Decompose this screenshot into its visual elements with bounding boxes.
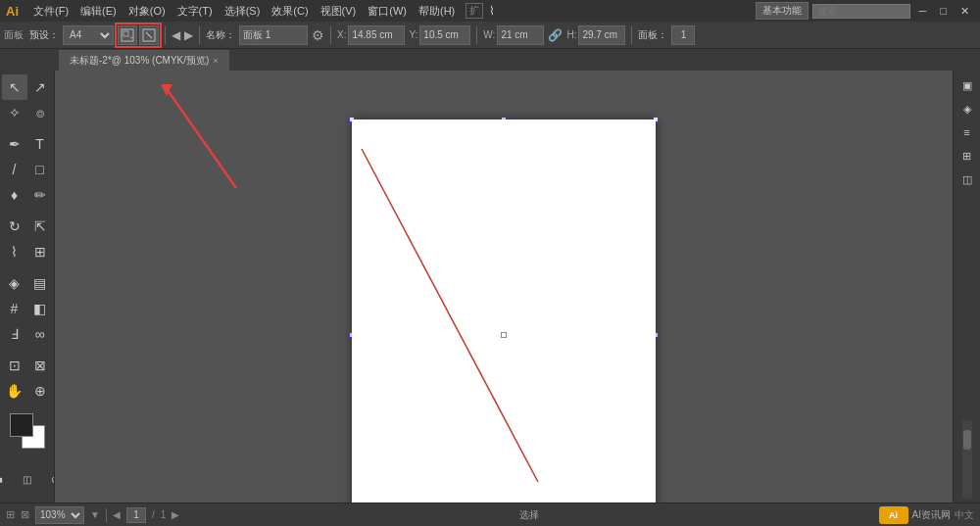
menu-bar: 文件(F) 编辑(E) 对象(O) 文字(T) 选择(S) 效果(C) 视图(V… <box>28 2 460 21</box>
status-icon-2: ⊠ <box>21 508 29 521</box>
blend-tool[interactable]: ∞ <box>27 321 53 347</box>
new-artboard-btn[interactable]: + <box>118 25 137 45</box>
h-input[interactable] <box>578 25 625 45</box>
h-label: H: <box>566 29 576 40</box>
svg-line-5 <box>362 149 538 482</box>
minimize-button[interactable]: ─ <box>914 3 932 19</box>
x-input[interactable] <box>348 25 405 45</box>
eyedropper-tool[interactable]: Ⅎ <box>2 321 27 347</box>
rotate-tool[interactable]: ↻ <box>2 214 27 239</box>
y-input[interactable] <box>419 25 470 45</box>
page-label: 面板： <box>638 28 667 42</box>
gradient-fill-btn[interactable]: ◫ <box>15 466 40 492</box>
normal-mode-btn[interactable]: ⊟ <box>0 494 13 502</box>
delete-artboard-btn[interactable] <box>139 25 159 45</box>
transform-tools-row: ↻ ⇱ <box>2 214 53 239</box>
panel-btn-4[interactable]: ⊞ <box>956 145 978 167</box>
menu-type[interactable]: 文字(T) <box>172 2 218 21</box>
right-panel: ▣ ◈ ≡ ⊞ ◫ <box>953 71 980 502</box>
no-fill-btn[interactable]: ⊘ <box>42 466 56 492</box>
w-input[interactable] <box>497 25 544 45</box>
panel-label: 面板 <box>4 28 24 42</box>
free-transform-tool[interactable]: ⊞ <box>27 239 53 264</box>
workspace-button[interactable]: 基本功能 <box>756 2 808 20</box>
lock-proportions-icon[interactable]: 🔗 <box>548 28 563 42</box>
hand-zoom-tools-row: ✋ ⊕ <box>2 378 53 404</box>
draw-inside-btn[interactable]: ⊡ <box>42 494 56 502</box>
page-of-label: / <box>152 509 155 520</box>
svg-line-4 <box>146 32 152 38</box>
artboard-tool[interactable]: ⊡ <box>2 353 27 378</box>
menu-effect[interactable]: 效果(C) <box>267 2 313 21</box>
next-artboard-btn[interactable]: ▶ <box>184 28 193 42</box>
h-field: H: <box>566 25 625 45</box>
artboard <box>352 120 656 502</box>
separator2 <box>199 26 200 44</box>
fill-swatch[interactable] <box>10 413 33 437</box>
status-text: 选择 <box>519 508 539 522</box>
panel-btn-3[interactable]: ≡ <box>956 121 978 143</box>
line-tool[interactable]: / <box>2 157 27 182</box>
drawing-mode-btns: ⊟ ⊞ ⊡ <box>0 494 55 502</box>
maximize-button[interactable]: □ <box>935 3 952 19</box>
artboard-options-btn[interactable]: ⚙ <box>312 27 324 43</box>
v-scroll[interactable] <box>962 420 972 499</box>
symbol-tool[interactable]: ◈ <box>2 270 27 296</box>
menu-view[interactable]: 视图(V) <box>316 2 362 21</box>
mesh-tool[interactable]: # <box>2 296 27 321</box>
column-graph-tool[interactable]: ▤ <box>27 270 53 296</box>
zoom-tool[interactable]: ⊕ <box>27 378 53 404</box>
artboard-container <box>352 120 656 502</box>
zoom-select[interactable]: 103% 100% 50% 200% <box>35 506 84 524</box>
watermark-area: Ai AI资讯网 中文 <box>879 506 974 524</box>
menu-edit[interactable]: 编辑(E) <box>75 2 122 21</box>
page-current-input[interactable] <box>126 507 146 523</box>
menu-help[interactable]: 帮助(H) <box>414 2 460 21</box>
magic-wand-tool[interactable]: ✧ <box>2 100 27 125</box>
next-page-btn[interactable]: ▶ <box>172 509 179 520</box>
prev-page-btn[interactable]: ◀ <box>113 509 121 520</box>
panel-btn-2[interactable]: ◈ <box>956 98 978 120</box>
doc-tab-close[interactable]: × <box>213 56 218 66</box>
menu-select[interactable]: 选择(S) <box>220 2 266 21</box>
selection-tool[interactable]: ↖ <box>2 74 27 100</box>
w-label: W: <box>483 29 495 40</box>
scroll-thumb[interactable] <box>963 430 971 450</box>
artboard-btns: + <box>118 25 159 45</box>
app-logo: Ai <box>6 4 19 19</box>
preset-label: 预设： <box>29 28 59 42</box>
close-button[interactable]: ✕ <box>956 3 974 20</box>
pen-tool[interactable]: ✒ <box>2 131 27 157</box>
pencil-tool[interactable]: ✏ <box>27 182 53 208</box>
draw-behind-btn[interactable]: ⊞ <box>15 494 40 502</box>
menu-file[interactable]: 文件(F) <box>28 2 74 21</box>
lasso-tool[interactable]: ⌾ <box>27 100 53 125</box>
brush-icon[interactable]: ⌇ <box>489 4 495 18</box>
scale-tool[interactable]: ⇱ <box>27 214 53 239</box>
paint-brush-tool[interactable]: ♦ <box>2 182 27 208</box>
direct-select-tool[interactable]: ↗ <box>27 74 53 100</box>
artboard-name-input[interactable] <box>239 25 308 45</box>
main-layout: ↖ ↗ ✧ ⌾ ✒ T / □ ♦ ✏ ↻ ⇱ ⌇ ⊞ ◈ <box>0 71 980 502</box>
preset-select[interactable]: A4 A3 Letter <box>63 25 114 45</box>
extension-btn[interactable]: 扩 <box>466 3 483 19</box>
page-total-label: 1 <box>161 509 167 520</box>
warp-tool[interactable]: ⌇ <box>2 239 27 264</box>
menu-object[interactable]: 对象(O) <box>123 2 171 21</box>
lang-label: 中文 <box>955 508 974 522</box>
menu-window[interactable]: 窗口(W) <box>363 2 412 21</box>
shape-tool[interactable]: □ <box>27 157 53 182</box>
color-fill-btn[interactable]: ■ <box>0 466 13 492</box>
fill-stroke-swatches[interactable] <box>10 413 45 449</box>
doc-tab[interactable]: 未标题-2*@ 103% (CMYK/预览) × <box>59 50 229 71</box>
type-tool[interactable]: T <box>27 131 53 157</box>
gradient-tool[interactable]: ◧ <box>27 296 53 321</box>
panel-btn-5[interactable]: ◫ <box>956 168 978 190</box>
slice-tool[interactable]: ⊠ <box>27 353 53 378</box>
canvas-area[interactable] <box>55 71 953 502</box>
prev-artboard-btn[interactable]: ◀ <box>172 28 180 42</box>
hand-tool[interactable]: ✋ <box>2 378 27 404</box>
panel-btn-1[interactable]: ▣ <box>956 74 978 96</box>
search-input[interactable] <box>812 4 910 19</box>
page-input-props[interactable] <box>671 25 695 45</box>
